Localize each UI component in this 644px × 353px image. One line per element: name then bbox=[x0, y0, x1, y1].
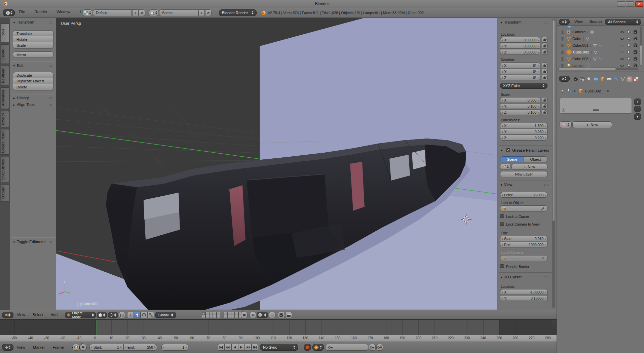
properties-tab-constraints[interactable] bbox=[606, 76, 612, 82]
layer-toggle[interactable] bbox=[213, 312, 217, 315]
av-sync-selector[interactable]: No Sync bbox=[260, 344, 298, 351]
current-frame-field[interactable]: 1 bbox=[161, 344, 188, 351]
expand-icon[interactable] bbox=[561, 64, 564, 68]
properties-tab-scene[interactable] bbox=[586, 76, 592, 82]
lock-location-y[interactable] bbox=[542, 43, 547, 49]
snap-target-button[interactable] bbox=[269, 312, 275, 318]
material-new-button[interactable]: +New bbox=[572, 121, 612, 128]
render-border-checkbox[interactable] bbox=[500, 264, 504, 268]
layer-toggle[interactable] bbox=[227, 315, 231, 318]
expand-icon[interactable] bbox=[561, 44, 564, 47]
window-resize-grip[interactable] bbox=[0, 348, 4, 352]
rotation-z-field[interactable]: Z:0° bbox=[500, 75, 540, 80]
gp-new-layer-button[interactable]: New Layer bbox=[500, 171, 547, 177]
panel-header-history[interactable]: ►History bbox=[13, 96, 29, 100]
selectability-cursor-icon[interactable] bbox=[627, 64, 631, 68]
location-y-field[interactable]: Y:0.00000 bbox=[500, 43, 540, 49]
renderability-camera-icon[interactable] bbox=[633, 37, 638, 41]
properties-tab-object[interactable] bbox=[600, 76, 606, 82]
panel-header-transform-n[interactable]: ▼Transform bbox=[500, 20, 522, 24]
renderability-camera-icon[interactable] bbox=[633, 50, 638, 54]
next-keyframe-button[interactable] bbox=[245, 344, 252, 351]
shading-selector[interactable] bbox=[97, 312, 107, 318]
lens-field[interactable]: Lens:35.000 bbox=[500, 192, 547, 198]
expand-icon[interactable] bbox=[561, 50, 564, 54]
layer-toggle[interactable] bbox=[205, 315, 209, 318]
layers-widget-group2[interactable] bbox=[224, 312, 242, 318]
orientation-selector[interactable]: Global bbox=[155, 312, 176, 318]
tab-create[interactable]: Create bbox=[1, 44, 9, 64]
selectability-cursor-icon[interactable] bbox=[627, 43, 631, 47]
grease-pencil-checkbox[interactable] bbox=[506, 148, 510, 152]
wrench-icon[interactable] bbox=[598, 57, 603, 61]
tab-snap-utilities[interactable]: Snap Utilities bbox=[1, 157, 9, 182]
scene-add-button[interactable]: + bbox=[198, 9, 205, 16]
scale-x-field[interactable]: X:0.800 bbox=[500, 97, 540, 103]
layer-toggle[interactable] bbox=[224, 315, 227, 318]
layer-toggle[interactable] bbox=[217, 312, 220, 315]
mode-selector[interactable]: Object Mode bbox=[65, 312, 96, 318]
pin-icon[interactable] bbox=[560, 89, 565, 93]
screen-layout-add-button[interactable]: + bbox=[132, 9, 139, 16]
visibility-eye-icon[interactable] bbox=[620, 64, 624, 67]
gp-draw-mode-button[interactable] bbox=[500, 164, 511, 170]
selectability-cursor-icon[interactable] bbox=[627, 50, 631, 54]
screen-layout-icon-button[interactable] bbox=[83, 9, 92, 16]
outliner-item-name[interactable]: Cube.002 bbox=[573, 50, 589, 54]
timeline-track-area[interactable] bbox=[0, 319, 557, 335]
prev-keyframe-button[interactable] bbox=[225, 344, 231, 351]
lock-to-object-field[interactable] bbox=[500, 205, 547, 211]
viewport-menu-view[interactable]: View bbox=[15, 312, 27, 317]
jump-to-end-button[interactable] bbox=[252, 344, 258, 351]
gp-object-toggle[interactable]: Object bbox=[524, 156, 547, 162]
scene-selector[interactable]: Scene bbox=[159, 9, 198, 16]
lock-rotation-x[interactable] bbox=[542, 63, 547, 68]
slot-add-button[interactable]: + bbox=[634, 99, 641, 105]
lock-rotation-y[interactable] bbox=[542, 69, 547, 74]
editor-type-info-button[interactable] bbox=[3, 9, 15, 16]
lock-to-cursor-checkbox[interactable] bbox=[500, 214, 504, 218]
properties-tab-texture[interactable] bbox=[633, 76, 639, 82]
layer-toggle[interactable] bbox=[205, 312, 209, 315]
gp-new-button[interactable]: +New bbox=[512, 164, 547, 170]
properties-tab-material[interactable] bbox=[627, 76, 633, 82]
panel-grip[interactable] bbox=[48, 241, 53, 243]
visibility-eye-icon[interactable] bbox=[620, 37, 624, 40]
outliner-item-cube[interactable]: Cube | bbox=[557, 35, 639, 42]
screen-layout-selector[interactable]: Default bbox=[93, 9, 132, 16]
outliner-vscrollbar[interactable] bbox=[640, 27, 642, 66]
renderability-camera-icon[interactable] bbox=[633, 30, 638, 34]
minimize-button[interactable]: – bbox=[617, 1, 625, 7]
use-preview-range-toggle[interactable] bbox=[73, 344, 79, 351]
gp-scene-toggle[interactable]: Scene bbox=[500, 156, 524, 162]
menu-render[interactable]: Render bbox=[33, 9, 49, 14]
panel-header-3d-cursor[interactable]: ▼3D Cursor bbox=[500, 275, 522, 279]
visibility-eye-icon[interactable] bbox=[620, 31, 624, 34]
panel-header-transform[interactable]: ▼Transform bbox=[13, 20, 34, 24]
layer-toggle[interactable] bbox=[224, 312, 227, 315]
properties-tab-modifiers[interactable] bbox=[613, 76, 619, 82]
layer-toggle[interactable] bbox=[213, 315, 217, 318]
cursor-x-field[interactable]: X:-1.00000 bbox=[500, 289, 547, 295]
dimensions-x-field[interactable]: X:1.600 bbox=[500, 123, 547, 128]
lock-scale-x[interactable] bbox=[542, 97, 547, 103]
active-keying-set-field[interactable] bbox=[325, 344, 368, 351]
expand-icon[interactable] bbox=[561, 30, 564, 34]
outliner-item-name[interactable]: Cube.001 bbox=[572, 43, 589, 47]
viewport-menu-add[interactable]: Add bbox=[49, 312, 59, 317]
outliner-item-camera[interactable]: Camera | bbox=[557, 29, 639, 35]
timeline-menu-frame[interactable]: Frame bbox=[51, 345, 65, 350]
timeline-menu-marker[interactable]: Marker bbox=[32, 345, 46, 350]
cursor-y-field[interactable]: Y:0.10660 bbox=[500, 295, 547, 301]
panel-grip[interactable] bbox=[48, 97, 53, 99]
layer-toggle[interactable] bbox=[235, 312, 238, 315]
list-resize-grip[interactable] bbox=[593, 109, 599, 110]
dimensions-y-field[interactable]: Y:0.260 bbox=[500, 129, 547, 134]
layer-toggle[interactable] bbox=[209, 315, 213, 318]
close-button[interactable]: ✕ bbox=[635, 1, 643, 7]
visibility-eye-icon[interactable] bbox=[620, 51, 624, 54]
layer-toggle[interactable] bbox=[209, 312, 213, 315]
lock-camera-checkbox[interactable] bbox=[500, 222, 504, 226]
layer-toggle[interactable] bbox=[231, 312, 235, 315]
visibility-eye-icon[interactable] bbox=[620, 44, 624, 47]
